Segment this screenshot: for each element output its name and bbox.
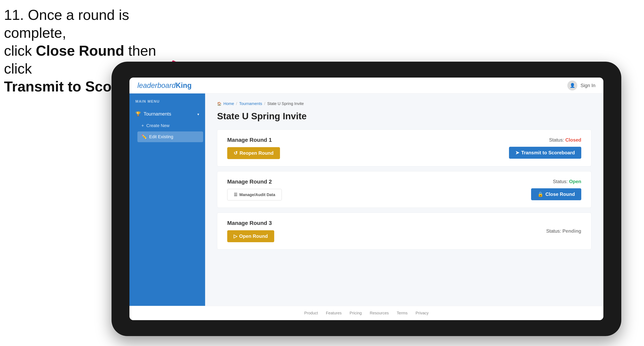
header-right: 👤 Sign In [567, 81, 596, 90]
sidebar-sub-menu: + Create New ✏️ Edit Existing [130, 120, 205, 142]
round1-right: Status: Closed ➤ Transmit to Scoreboard [509, 137, 581, 159]
transmit-scoreboard-button[interactable]: ➤ Transmit to Scoreboard [509, 147, 581, 159]
sidebar-item-tournaments[interactable]: 🏆 Tournaments [130, 108, 205, 120]
instruction-line2: click [4, 43, 36, 59]
round3-section: Manage Round 3 ▷ Open Round Status: Pend… [217, 213, 592, 250]
sidebar-create-new[interactable]: + Create New [136, 120, 205, 131]
reopen-round-button[interactable]: ↺ Reopen Round [227, 147, 280, 159]
round2-section: Manage Round 2 ☰ Manage/Audit Data Statu… [217, 171, 592, 208]
breadcrumb-tournaments[interactable]: Tournaments [239, 101, 262, 106]
footer-product[interactable]: Product [304, 311, 318, 315]
breadcrumb-home[interactable]: Home [224, 101, 234, 106]
sidebar-edit-existing[interactable]: ✏️ Edit Existing [138, 132, 203, 142]
app-header: leaderboardKing 👤 Sign In [130, 78, 604, 93]
sidebar: MAIN MENU 🏆 Tournaments + Create New ✏️ [130, 93, 205, 306]
round2-title: Manage Round 2 [227, 178, 282, 185]
logo-text: leaderboardKing [138, 81, 192, 90]
round3-right: Status: Pending [546, 228, 581, 234]
page-title: State U Spring Invite [217, 111, 592, 122]
round3-title: Manage Round 3 [227, 220, 274, 226]
round2-right: Status: Open 🔒 Close Round [531, 179, 581, 200]
instruction-bold1: Close Round [36, 43, 124, 59]
transmit-scoreboard-label: Transmit to Scoreboard [521, 150, 575, 156]
transmit-icon: ➤ [515, 150, 519, 156]
breadcrumb-current: State U Spring Invite [267, 101, 304, 106]
round2-status: Status: Open [553, 179, 581, 184]
audit-icon: ☰ [234, 192, 237, 197]
footer-pricing[interactable]: Pricing [350, 311, 362, 315]
open-round-label: Open Round [239, 233, 268, 239]
edit-existing-label: Edit Existing [149, 134, 173, 139]
breadcrumb-sep1: / [236, 101, 237, 106]
footer-privacy[interactable]: Privacy [416, 311, 429, 315]
signin-label[interactable]: Sign In [580, 83, 596, 88]
round1-title: Manage Round 1 [227, 137, 280, 143]
footer: Product Features Pricing Resources Terms… [130, 306, 604, 320]
content-area: 🏠 Home / Tournaments / State U Spring In… [205, 93, 604, 306]
main-layout: MAIN MENU 🏆 Tournaments + Create New ✏️ [130, 93, 604, 306]
round1-left: Manage Round 1 ↺ Reopen Round [227, 137, 280, 159]
plus-icon: + [142, 123, 144, 128]
round1-status-value: Closed [565, 137, 581, 143]
reopen-round-label: Reopen Round [240, 150, 274, 156]
round3-left: Manage Round 3 ▷ Open Round [227, 220, 274, 242]
main-menu-label: MAIN MENU [130, 99, 205, 104]
logo-area: leaderboardKing [138, 81, 192, 90]
create-new-label: Create New [146, 123, 170, 128]
round3-status: Status: Pending [546, 228, 581, 234]
manage-audit-label: Manage/Audit Data [239, 192, 275, 197]
footer-terms[interactable]: Terms [397, 311, 408, 315]
round2-status-value: Open [569, 179, 581, 184]
tablet-frame: leaderboardKing 👤 Sign In MAIN MENU 🏆 To… [112, 62, 621, 336]
round2-left: Manage Round 2 ☰ Manage/Audit Data [227, 178, 282, 200]
open-round-icon: ▷ [234, 233, 237, 239]
close-round-button[interactable]: 🔒 Close Round [531, 188, 581, 200]
close-round-label: Close Round [546, 191, 575, 197]
breadcrumb: 🏠 Home / Tournaments / State U Spring In… [217, 101, 592, 106]
tablet-screen: leaderboardKing 👤 Sign In MAIN MENU 🏆 To… [130, 78, 604, 320]
manage-audit-button[interactable]: ☰ Manage/Audit Data [227, 189, 282, 200]
home-icon: 🏠 [217, 102, 222, 106]
round1-status: Status: Closed [549, 137, 581, 143]
lock-icon: 🔒 [538, 191, 544, 197]
sidebar-item-tournaments-left: 🏆 Tournaments [136, 111, 171, 117]
chevron-down-icon [197, 111, 199, 117]
sidebar-tournaments-label: Tournaments [144, 111, 171, 117]
footer-features[interactable]: Features [326, 311, 342, 315]
round3-status-value: Pending [562, 228, 581, 234]
open-round-button[interactable]: ▷ Open Round [227, 230, 274, 242]
edit-icon: ✏️ [142, 134, 147, 139]
avatar: 👤 [567, 81, 577, 90]
instruction-line1: 11. Once a round is complete, [4, 7, 129, 41]
footer-resources[interactable]: Resources [370, 311, 389, 315]
round1-section: Manage Round 1 ↺ Reopen Round Status: Cl… [217, 130, 592, 167]
breadcrumb-sep2: / [264, 101, 266, 106]
trophy-icon: 🏆 [136, 111, 141, 117]
rounds-container: Manage Round 1 ↺ Reopen Round Status: Cl… [217, 130, 592, 254]
reopen-icon: ↺ [234, 150, 238, 156]
logo-king: King [176, 81, 192, 89]
